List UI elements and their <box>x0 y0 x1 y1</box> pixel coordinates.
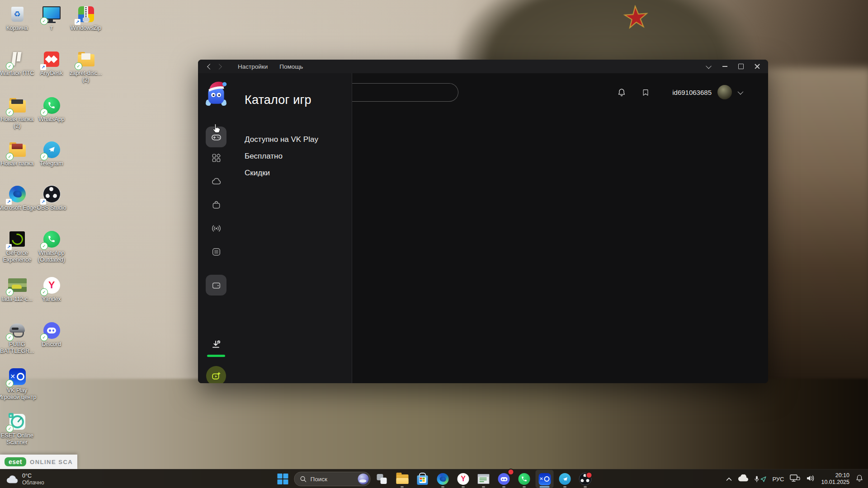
geforce-icon: ↗ <box>7 230 27 249</box>
desktop-icon-geforce[interactable]: ↗ GeForce Experience <box>0 230 37 263</box>
weather-condition: Облачно <box>22 479 44 486</box>
taskbar-app-system-window[interactable] <box>475 470 493 488</box>
eset-banner-text: ONLINE SCA <box>30 459 73 465</box>
desktop-icon-obs[interactable]: ↗ OBS Studio <box>32 184 71 211</box>
desktop-icon-new-folder[interactable]: ✓ Новая папка <box>0 140 37 167</box>
taskbar-app-yandex[interactable]: Y <box>454 470 472 488</box>
search-placeholder: Поиск <box>311 476 354 483</box>
user-menu[interactable]: id691063685 <box>672 85 742 99</box>
desktop-icon-label: Yandex <box>32 296 71 303</box>
wallpaper-red-star: ★ <box>622 2 650 33</box>
desktop-icon-label: Новая папка (2) <box>0 116 37 130</box>
desktop-icon-label: lada-112-c... <box>0 296 37 303</box>
sidebar-item-store[interactable] <box>209 198 223 211</box>
taskbar-app-discord[interactable] <box>495 470 513 488</box>
tray-indicators[interactable] <box>755 476 766 483</box>
obs-studio-icon <box>579 473 592 485</box>
desktop-icon-whatsapp-outdated[interactable]: ✓ WhatsApp (Outdated) <box>32 230 71 263</box>
desktop-icon-pubg[interactable]: ✓ PUBG BATTLEGR... <box>0 321 37 355</box>
volume-icon[interactable] <box>806 474 815 484</box>
desktop-icon-telegram[interactable]: ✓ Telegram <box>32 140 71 167</box>
eset-icon: e✓ <box>7 412 27 431</box>
desktop-icon-zapret-folder[interactable]: ✓ zapret-disc... (2) <box>66 50 105 84</box>
desktop-icon-label: zapret-disc... (2) <box>66 70 105 84</box>
vkplay-window: Настройки Помощь <box>198 60 768 383</box>
menu-help[interactable]: Помощь <box>279 63 303 70</box>
folder-icon: ✓ <box>7 96 27 115</box>
desktop-icon-discord[interactable]: ✓ Discord <box>32 321 71 348</box>
sidebar-rail <box>198 73 234 383</box>
weather-temperature: 0°C <box>22 473 44 479</box>
system-tray: РУС 20:10 10.01.2025 <box>726 469 863 488</box>
notifications-bell-icon[interactable] <box>616 87 627 99</box>
folder-icon: ✓ <box>76 50 96 69</box>
network-icon[interactable] <box>790 474 800 484</box>
tray-time: 20:10 <box>821 472 849 479</box>
desktop-icon-new-folder-2[interactable]: ✓ Новая папка (2) <box>0 96 37 130</box>
taskbar-app-obs[interactable] <box>576 470 594 488</box>
sidebar-item-downloads[interactable] <box>209 338 223 352</box>
eset-logo: eset <box>5 457 26 466</box>
tray-clock[interactable]: 20:10 10.01.2025 <box>821 472 849 486</box>
close-icon[interactable] <box>749 60 765 73</box>
notifications-bell-icon[interactable] <box>855 474 863 484</box>
desktop-icon-label: Корзина <box>0 25 37 32</box>
search-highlight-thumbnail <box>358 474 369 484</box>
tray-chevron-up-icon[interactable] <box>726 475 732 483</box>
back-icon[interactable] <box>203 61 214 72</box>
catalog-link-available[interactable]: Доступно на VK Play <box>245 135 318 144</box>
windowszip-icon: ↗ <box>76 5 96 23</box>
taskbar: 0°C Облачно Поиск <box>0 469 868 488</box>
sidebar-item-library[interactable] <box>209 245 223 258</box>
desktop-icon-vkplay[interactable]: ✕✓ VK Play Игровой центр <box>0 367 37 401</box>
bookmark-icon[interactable] <box>640 87 651 99</box>
desktop-icon-lada-photo[interactable]: ✓ lada-112-c... <box>0 276 37 303</box>
game-search-input[interactable] <box>352 83 458 102</box>
desktop-icon-eset[interactable]: e✓ ESET Online Scanner <box>0 412 37 446</box>
desktop-icon-label: WhatsApp <box>32 116 71 123</box>
desktop-icon-t[interactable]: ✓ т <box>32 5 71 32</box>
maximize-icon[interactable] <box>733 60 749 73</box>
taskbar-app-whatsapp[interactable] <box>515 470 533 488</box>
taskbar-weather-widget[interactable]: 0°C Облачно <box>6 469 44 488</box>
desktop-icon-recycle-bin[interactable]: ♻ Корзина <box>0 5 37 32</box>
menu-settings[interactable]: Настройки <box>238 63 268 70</box>
library-icon <box>211 247 222 257</box>
desktop-icon-yandex[interactable]: Y✓ Yandex <box>32 276 71 303</box>
sidebar-item-cloud[interactable] <box>209 174 223 188</box>
desktop-icon-anydesk[interactable]: ↗ AnyDesk <box>32 50 71 77</box>
taskbar-app-telegram[interactable] <box>556 470 574 488</box>
collapse-icon[interactable] <box>700 60 717 73</box>
sidebar-item-wallet[interactable] <box>206 275 226 296</box>
desktop-icon-label: PUBG BATTLEGR... <box>0 341 37 355</box>
desktop-icon-warface[interactable]: ✓ Warface ПТС <box>0 50 37 77</box>
start-button[interactable] <box>274 470 292 488</box>
notification-badge <box>586 472 593 479</box>
desktop-icon-whatsapp[interactable]: ✓ WhatsApp <box>32 96 71 123</box>
eset-background-window[interactable]: eset ONLINE SCA <box>0 455 77 469</box>
onedrive-cloud-icon[interactable] <box>738 474 749 483</box>
sidebar-item-apps[interactable] <box>209 151 223 164</box>
taskbar-app-file-explorer[interactable] <box>393 470 411 488</box>
taskbar-search[interactable]: Поиск <box>294 472 371 486</box>
task-view-button[interactable] <box>373 470 391 488</box>
recycle-bin-icon: ♻ <box>7 5 27 23</box>
catalog-link-free[interactable]: Бесплатно <box>245 152 283 161</box>
taskbar-app-microsoft-store[interactable] <box>414 470 432 488</box>
yandex-icon: Y✓ <box>42 276 61 295</box>
sidebar-item-streams[interactable] <box>209 221 223 235</box>
create-stream-button[interactable] <box>206 366 226 383</box>
taskbar-app-edge[interactable] <box>434 470 452 488</box>
language-indicator[interactable]: РУС <box>772 476 784 483</box>
desktop-icon-edge[interactable]: ↗ Microsoft Edge <box>0 184 37 211</box>
taskbar-app-vk-play[interactable]: ✕ <box>536 470 554 488</box>
warface-icon: ✓ <box>7 50 27 69</box>
desktop-icon-windowszip[interactable]: ↗ WindowsZip <box>66 5 105 32</box>
catalog-link-discounts[interactable]: Скидки <box>245 169 270 178</box>
minimize-icon[interactable] <box>717 60 733 73</box>
vkplay-logo[interactable] <box>204 80 228 109</box>
desktop-icon-label: Новая папка <box>0 160 37 167</box>
forward-icon[interactable] <box>214 61 226 72</box>
catalog-panel: Каталог игр Доступно на VK Play Бесплатн… <box>234 73 352 383</box>
shopping-bag-icon <box>211 200 222 210</box>
